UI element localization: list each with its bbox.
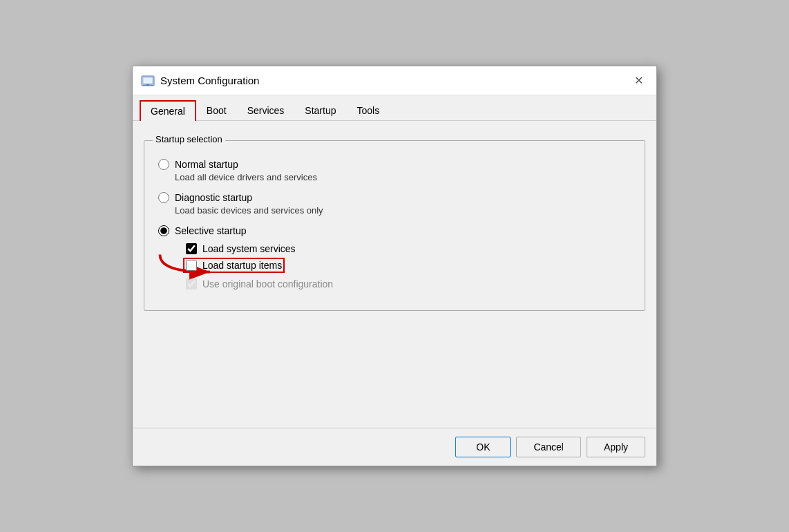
group-legend: Startup selection (153, 134, 225, 144)
ok-button[interactable]: OK (455, 437, 511, 457)
normal-startup-radio-row[interactable]: Normal startup (158, 159, 631, 170)
tab-tools[interactable]: Tools (346, 100, 390, 121)
svg-rect-1 (143, 77, 153, 84)
system-configuration-dialog: System Configuration ✕ General Boot Serv… (132, 66, 657, 466)
close-button[interactable]: ✕ (629, 71, 648, 91)
footer: OK Cancel Apply (133, 428, 656, 466)
use-original-boot-checkbox[interactable] (186, 278, 197, 289)
tab-boot[interactable]: Boot (196, 100, 237, 121)
content-area: Startup selection Normal startup Load al… (133, 121, 656, 428)
tab-services[interactable]: Services (237, 100, 295, 121)
diagnostic-startup-subtext: Load basic devices and services only (175, 205, 631, 216)
cancel-button[interactable]: Cancel (516, 437, 581, 457)
tabs-bar: General Boot Services Startup Tools (133, 95, 656, 121)
normal-startup-group: Normal startup Load all device drivers a… (158, 159, 631, 182)
use-original-boot-label: Use original boot configuration (202, 278, 333, 289)
use-original-boot-row: Use original boot configuration (186, 278, 631, 289)
load-startup-items-label: Load startup items (202, 260, 282, 271)
apply-button[interactable]: Apply (587, 437, 645, 457)
startup-selection-group: Startup selection Normal startup Load al… (144, 140, 645, 311)
selective-startup-radio[interactable] (158, 225, 169, 236)
load-startup-items-checkbox[interactable] (186, 260, 197, 271)
selective-startup-radio-row[interactable]: Selective startup (158, 225, 631, 236)
diagnostic-startup-radio-row[interactable]: Diagnostic startup (158, 192, 631, 203)
diagnostic-startup-radio[interactable] (158, 192, 169, 203)
diagnostic-startup-group: Diagnostic startup Load basic devices an… (158, 192, 631, 216)
normal-startup-radio[interactable] (158, 159, 169, 170)
normal-startup-label: Normal startup (175, 159, 238, 170)
normal-startup-subtext: Load all device drivers and services (175, 172, 631, 182)
title-bar: System Configuration ✕ (133, 66, 656, 95)
diagnostic-startup-label: Diagnostic startup (175, 192, 252, 203)
selective-startup-group: Selective startup Load system se (158, 225, 631, 289)
load-startup-items-row: Load startup items (186, 260, 282, 271)
app-icon (141, 74, 155, 88)
selective-sub-options: Load system services Load startup items … (186, 243, 631, 289)
svg-rect-3 (146, 84, 149, 86)
tab-general[interactable]: General (140, 100, 196, 121)
title-bar-left: System Configuration (141, 74, 259, 88)
selective-startup-label: Selective startup (175, 225, 247, 236)
load-system-services-row: Load system services (186, 243, 631, 254)
tab-startup[interactable]: Startup (294, 100, 346, 121)
window-title: System Configuration (160, 75, 259, 86)
